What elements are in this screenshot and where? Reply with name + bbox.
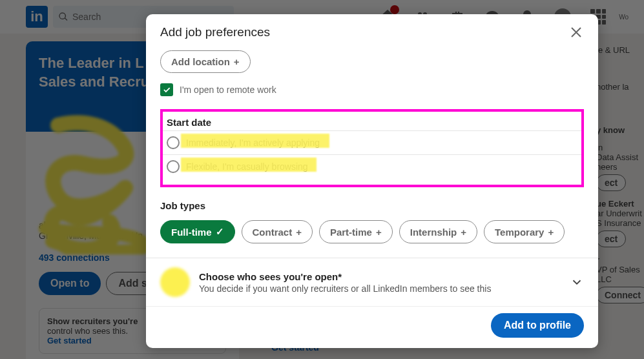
start-date-label: Start date: [163, 117, 581, 130]
jobtype-internship[interactable]: Internship +: [399, 220, 477, 243]
job-preferences-modal: Add job preferences Add location + I'm o…: [146, 14, 598, 348]
visibility-subtitle: You decide if you want only recruiters o…: [199, 283, 561, 294]
plus-icon: +: [234, 56, 240, 67]
plus-icon: +: [296, 227, 302, 238]
jobtype-contract[interactable]: Contract +: [242, 220, 313, 243]
job-types-label: Job types: [160, 200, 584, 214]
check-icon: ✓: [216, 226, 224, 238]
jobtype-temporary[interactable]: Temporary +: [484, 220, 565, 243]
checkbox-checked-icon: [160, 83, 173, 96]
chevron-down-icon: [570, 275, 584, 289]
jobtype-fulltime[interactable]: Full-time ✓: [160, 220, 235, 243]
modal-title: Add job preferences: [160, 25, 270, 39]
visibility-title: Choose who sees you're open*: [199, 271, 561, 282]
plus-icon: +: [548, 227, 554, 238]
start-date-highlight: Start date Immediately, I'm actively app…: [160, 109, 584, 187]
add-location-button[interactable]: Add location +: [160, 50, 251, 73]
jobtype-parttime[interactable]: Part-time +: [319, 220, 393, 243]
remote-checkbox-row[interactable]: I'm open to remote work: [160, 83, 584, 96]
radio-icon: [167, 136, 180, 149]
add-to-profile-button[interactable]: Add to profile: [491, 313, 584, 338]
radio-immediately[interactable]: Immediately, I'm actively applying: [163, 130, 581, 154]
plus-icon: +: [461, 227, 466, 238]
close-icon[interactable]: [568, 25, 584, 40]
plus-icon: +: [376, 227, 382, 238]
radio-flexible[interactable]: Flexible, I'm casually browsing: [163, 154, 581, 178]
visibility-avatar: [160, 267, 190, 297]
radio-icon: [167, 160, 180, 173]
visibility-section[interactable]: Choose who sees you're open* You decide …: [146, 258, 598, 306]
